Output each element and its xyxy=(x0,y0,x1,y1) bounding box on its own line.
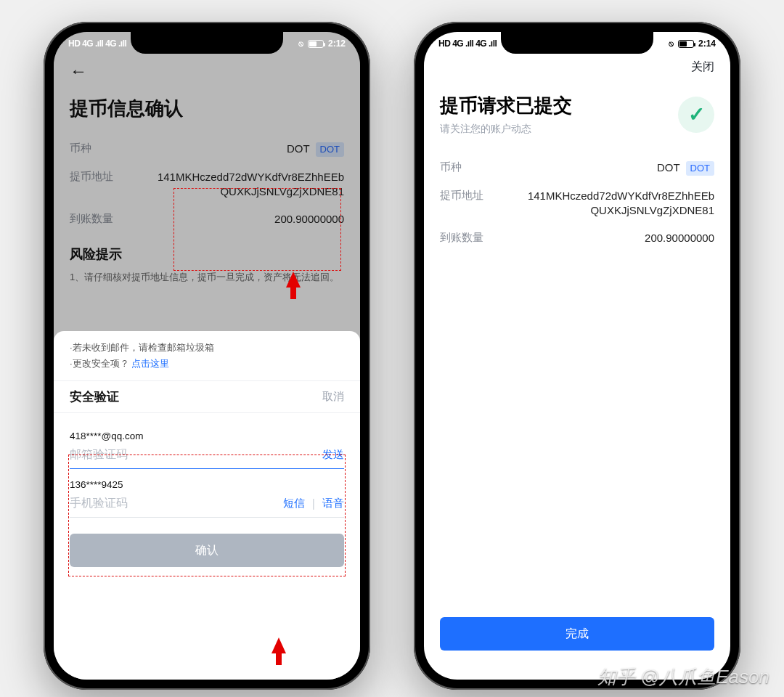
hint-spam: ·若未收到邮件，请检查邮箱垃圾箱 xyxy=(70,341,344,354)
coin-badge: DOT xyxy=(686,161,714,176)
security-verify-sheet: ·若未收到邮件，请检查邮箱垃圾箱 ·更改安全项？ 点击这里 安全验证 取消 41… xyxy=(54,331,360,680)
send-sms-button[interactable]: 短信 xyxy=(283,497,305,510)
address-label: 提币地址 xyxy=(440,189,483,219)
status-time: 2:14 xyxy=(698,38,716,49)
change-security-link[interactable]: 点击这里 xyxy=(131,358,169,369)
done-button[interactable]: 完成 xyxy=(440,617,714,651)
phone-right: HD 4G .ıll 4G .ıll ⍉ 2:14 关闭 提币请求已提交 请关注… xyxy=(414,22,740,690)
coin-value: DOT DOT xyxy=(657,160,714,176)
send-email-code-button[interactable]: 发送 xyxy=(322,448,344,462)
row-address: 提币地址 141MKHczedd72dWYKdfVr8EZhhEEbQUXKJj… xyxy=(440,189,714,219)
phone-masked: 136****9425 xyxy=(70,479,344,490)
close-button[interactable]: 关闭 xyxy=(691,60,714,75)
page-subtitle: 请关注您的账户动态 xyxy=(440,123,572,136)
amount-label: 到账数量 xyxy=(440,231,483,245)
battery-icon xyxy=(308,40,324,48)
battery-icon xyxy=(678,40,694,48)
hint-change-security: ·更改安全项？ xyxy=(70,358,129,369)
sheet-title: 安全验证 xyxy=(70,388,119,405)
phone-left: ← 提币信息确认 币种 DOT DOT 提币地址 141MKHczedd72dW… xyxy=(44,22,370,690)
status-time: 2:12 xyxy=(328,38,346,49)
success-check-icon: ✓ xyxy=(678,97,714,133)
phone-field-group: 136****9425 手机验证码 短信 | 语音 xyxy=(70,479,344,518)
status-signal-icon: HD 4G .ıll 4G .ıll xyxy=(438,38,497,49)
email-code-input[interactable]: 邮箱验证码 xyxy=(70,447,322,462)
coin-label: 币种 xyxy=(440,160,462,176)
status-bar: HD 4G .ıll 4G .ıll ⍉ 2:12 xyxy=(54,32,360,55)
confirm-button[interactable]: 确认 xyxy=(70,534,344,567)
row-coin: 币种 DOT DOT xyxy=(440,160,714,176)
page-title: 提币请求已提交 xyxy=(440,93,572,118)
row-amount: 到账数量 200.90000000 xyxy=(440,231,714,245)
annotation-arrow-top xyxy=(286,272,301,288)
cancel-button[interactable]: 取消 xyxy=(322,390,344,404)
status-signal-icon: HD 4G .ıll 4G .ıll xyxy=(68,38,126,49)
amount-value: 200.90000000 xyxy=(645,231,714,245)
sheet-hints: ·若未收到邮件，请检查邮箱垃圾箱 ·更改安全项？ 点击这里 xyxy=(54,331,360,381)
email-masked: 418****@qq.com xyxy=(70,431,344,441)
notch xyxy=(501,32,653,54)
alarm-off-icon: ⍉ xyxy=(298,38,303,49)
withdraw-submitted-page: 关闭 提币请求已提交 请关注您的账户动态 ✓ 币种 DOT DOT xyxy=(424,55,730,680)
email-field-group: 418****@qq.com 邮箱验证码 发送 xyxy=(70,431,344,469)
annotation-arrow-bottom xyxy=(271,637,286,653)
alarm-off-icon: ⍉ xyxy=(669,38,674,49)
send-voice-button[interactable]: 语音 xyxy=(322,497,344,510)
address-value: 141MKHczedd72dWYKdfVr8EZhhEEbQUXKJjSNLVg… xyxy=(522,189,714,219)
phone-code-input[interactable]: 手机验证码 xyxy=(70,496,283,511)
